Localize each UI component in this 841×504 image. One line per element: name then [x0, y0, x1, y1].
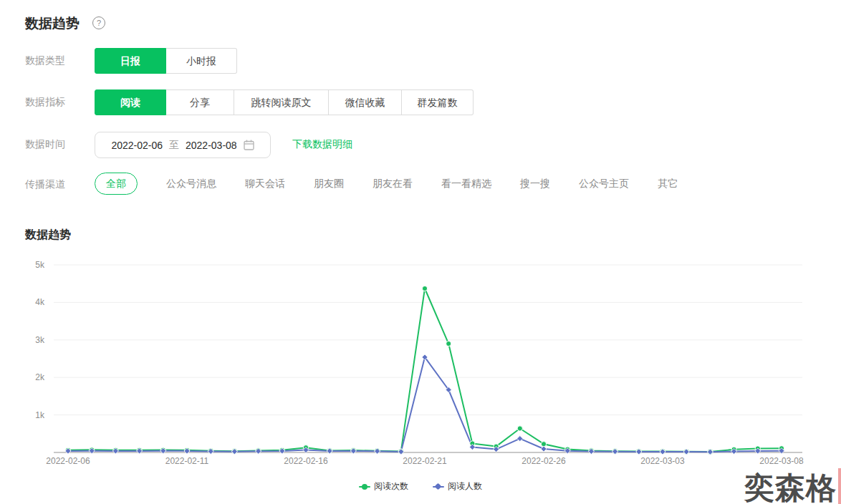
y-tick-label: 3k	[35, 335, 45, 345]
data-point	[446, 341, 451, 346]
channel-all[interactable]: 全部	[95, 173, 138, 195]
date-range-input[interactable]: 2022-02-06 至 2022-03-08	[95, 132, 271, 158]
channel-label: 传播渠道	[25, 178, 65, 191]
data-point	[422, 286, 427, 291]
tab-jump-original[interactable]: 跳转阅读原文	[234, 89, 329, 115]
data-point	[517, 426, 522, 431]
channel-top-stories[interactable]: 看一看精选	[441, 178, 491, 190]
data-metric-tabs: 阅读 分享 跳转阅读原文 微信收藏 群发篇数	[95, 89, 474, 115]
legend-item-阅读人数[interactable]: 阅读人数	[433, 480, 482, 493]
x-tick-label: 2022-02-06	[46, 456, 90, 466]
channel-moments[interactable]: 朋友圈	[314, 178, 344, 190]
tab-read[interactable]: 阅读	[95, 89, 166, 115]
data-type-label: 数据类型	[25, 54, 65, 67]
legend-label: 阅读次数	[374, 480, 408, 493]
y-tick-label: 4k	[35, 297, 45, 307]
x-tick-label: 2022-03-08	[759, 456, 804, 466]
circle-marker-icon	[359, 483, 370, 490]
help-icon[interactable]: ?	[92, 16, 105, 29]
channel-other[interactable]: 其它	[658, 178, 678, 190]
data-metric-label: 数据指标	[25, 96, 65, 109]
download-data-link[interactable]: 下载数据明细	[292, 138, 352, 151]
y-tick-label: 1k	[35, 410, 45, 420]
watermark-edge-fragment	[838, 468, 841, 504]
y-tick-label: 5k	[35, 260, 45, 270]
series-line-阅读人数	[68, 357, 782, 452]
series-line-阅读次数	[68, 289, 782, 452]
chart-section-title: 数据趋势	[25, 228, 71, 243]
trend-line-chart: 1k2k3k4k5k2022-02-062022-02-112022-02-16…	[0, 254, 841, 476]
diamond-marker-icon	[433, 483, 444, 490]
x-tick-label: 2022-03-03	[640, 456, 685, 466]
data-point	[517, 436, 523, 442]
legend-label: 阅读人数	[448, 480, 482, 493]
calendar-icon	[244, 140, 254, 150]
watermark-text: 奕森格	[744, 473, 837, 503]
x-tick-label: 2022-02-26	[522, 456, 566, 466]
channel-account-message[interactable]: 公众号消息	[166, 178, 216, 190]
data-point	[541, 446, 547, 452]
channel-chat[interactable]: 聊天会话	[245, 178, 285, 190]
tab-share[interactable]: 分享	[166, 89, 234, 115]
tab-wechat-favorite[interactable]: 微信收藏	[329, 89, 402, 115]
chart-legend: 阅读次数阅读人数	[0, 480, 841, 493]
tab-mass-send-count[interactable]: 群发篇数	[402, 89, 474, 115]
date-end: 2022-03-08	[186, 140, 237, 151]
channel-search[interactable]: 搜一搜	[520, 178, 550, 190]
channel-friends-reading[interactable]: 朋友在看	[373, 178, 413, 190]
tab-daily-report[interactable]: 日报	[95, 48, 166, 74]
data-type-tabs: 日报 小时报	[95, 48, 237, 74]
page-title: 数据趋势	[25, 14, 80, 33]
date-to-label: 至	[169, 139, 179, 152]
y-tick-label: 2k	[35, 372, 45, 382]
channel-filter: 全部 公众号消息 聊天会话 朋友圈 朋友在看 看一看精选 搜一搜 公众号主页 其…	[95, 173, 678, 195]
legend-item-阅读次数[interactable]: 阅读次数	[359, 480, 408, 493]
channel-account-home[interactable]: 公众号主页	[579, 178, 629, 190]
tab-hourly-report[interactable]: 小时报	[166, 48, 237, 74]
data-time-label: 数据时间	[25, 138, 65, 151]
x-tick-label: 2022-02-16	[284, 456, 328, 466]
x-tick-label: 2022-02-11	[165, 456, 209, 466]
x-tick-label: 2022-02-21	[403, 456, 447, 466]
date-start: 2022-02-06	[111, 140, 163, 151]
